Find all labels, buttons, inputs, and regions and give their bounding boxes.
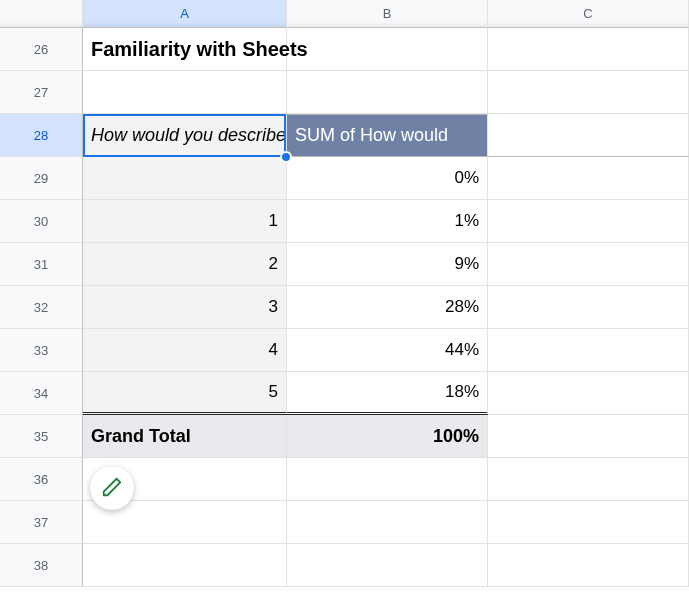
cell-b35[interactable]: 100% (287, 415, 488, 458)
row-header-34[interactable]: 34 (0, 372, 83, 415)
cell-c29[interactable] (488, 157, 689, 200)
row-header-33[interactable]: 33 (0, 329, 83, 372)
cell-b31[interactable]: 9% (287, 243, 488, 286)
row-header-35[interactable]: 35 (0, 415, 83, 458)
col-header-c[interactable]: C (488, 0, 689, 28)
cell-c36[interactable] (488, 458, 689, 501)
cell-a28[interactable]: How would you describe (83, 114, 287, 157)
cell-a38[interactable] (83, 544, 287, 587)
cell-b36[interactable] (287, 458, 488, 501)
cell-b33[interactable]: 44% (287, 329, 488, 372)
cell-c32[interactable] (488, 286, 689, 329)
cell-b32[interactable]: 28% (287, 286, 488, 329)
cell-b29[interactable]: 0% (287, 157, 488, 200)
cell-c34[interactable] (488, 372, 689, 415)
corner-cell[interactable] (0, 0, 83, 28)
row-32: 32 3 28% (0, 286, 689, 329)
row-28: 28 How would you describe SUM of How wou… (0, 114, 689, 157)
cell-c26[interactable] (488, 28, 689, 71)
row-header-38[interactable]: 38 (0, 544, 83, 587)
pencil-icon (101, 476, 123, 501)
row-38: 38 (0, 544, 689, 587)
row-header-28[interactable]: 28 (0, 114, 83, 157)
row-27: 27 (0, 71, 689, 114)
cell-c30[interactable] (488, 200, 689, 243)
cell-b30[interactable]: 1% (287, 200, 488, 243)
cell-c37[interactable] (488, 501, 689, 544)
row-34: 34 5 18% (0, 372, 689, 415)
row-30: 30 1 1% (0, 200, 689, 243)
row-33: 33 4 44% (0, 329, 689, 372)
col-header-a[interactable]: A (83, 0, 287, 28)
cell-b28[interactable]: SUM of How would (287, 114, 488, 157)
cell-b34[interactable]: 18% (287, 372, 488, 415)
cell-c38[interactable] (488, 544, 689, 587)
row-header-31[interactable]: 31 (0, 243, 83, 286)
row-header-30[interactable]: 30 (0, 200, 83, 243)
edit-pivot-button[interactable] (90, 466, 134, 510)
cell-a26[interactable] (83, 28, 287, 71)
selection-handle[interactable] (280, 151, 292, 163)
cell-c31[interactable] (488, 243, 689, 286)
row-header-26[interactable]: 26 (0, 28, 83, 71)
cell-c35[interactable] (488, 415, 689, 458)
col-header-b[interactable]: B (287, 0, 488, 28)
cell-b37[interactable] (287, 501, 488, 544)
row-29: 29 0% (0, 157, 689, 200)
cell-a27[interactable] (83, 71, 287, 114)
cell-a32[interactable]: 3 (83, 286, 287, 329)
cell-b27[interactable] (287, 71, 488, 114)
row-header-37[interactable]: 37 (0, 501, 83, 544)
cell-a29[interactable] (83, 157, 287, 200)
row-31: 31 2 9% (0, 243, 689, 286)
cell-a30[interactable]: 1 (83, 200, 287, 243)
cell-c27[interactable] (488, 71, 689, 114)
cell-a35[interactable]: Grand Total (83, 415, 287, 458)
cell-a31[interactable]: 2 (83, 243, 287, 286)
row-header-27[interactable]: 27 (0, 71, 83, 114)
row-26: 26 (0, 28, 689, 71)
cell-c33[interactable] (488, 329, 689, 372)
cell-a33[interactable]: 4 (83, 329, 287, 372)
cell-b26[interactable] (287, 28, 488, 71)
row-header-29[interactable]: 29 (0, 157, 83, 200)
row-35: 35 Grand Total 100% (0, 415, 689, 458)
cell-b38[interactable] (287, 544, 488, 587)
row-header-32[interactable]: 32 (0, 286, 83, 329)
cell-a34[interactable]: 5 (83, 372, 287, 415)
row-header-36[interactable]: 36 (0, 458, 83, 501)
cell-c28[interactable] (488, 114, 689, 157)
column-headers-row: A B C (0, 0, 689, 28)
